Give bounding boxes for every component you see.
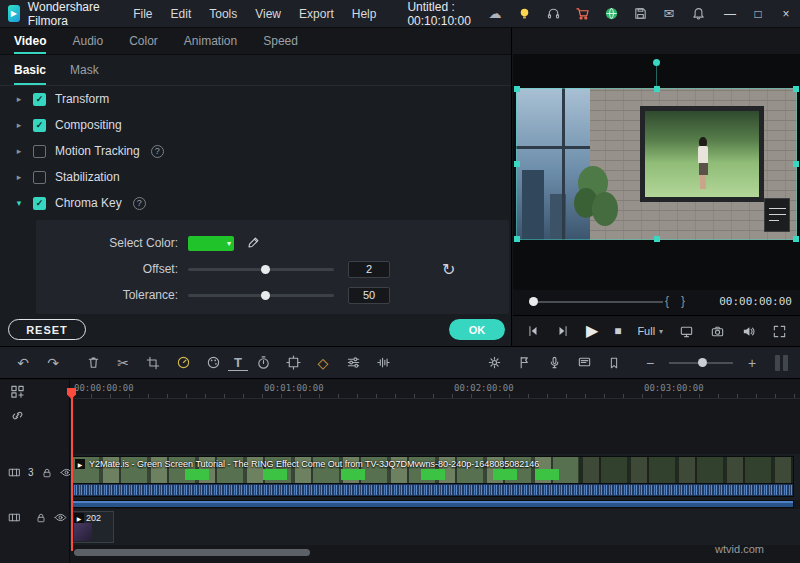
speed-icon[interactable] (168, 351, 198, 375)
eyedropper-icon[interactable] (246, 236, 260, 250)
adjust-sliders-icon[interactable] (338, 351, 368, 375)
ok-button[interactable]: OK (449, 319, 505, 340)
snapshot-camera-icon[interactable] (710, 324, 725, 339)
menu-edit[interactable]: Edit (162, 0, 201, 28)
scene-woman (697, 137, 709, 189)
offset-slider[interactable] (188, 268, 334, 271)
seek-bar[interactable] (533, 301, 663, 303)
tab-audio[interactable]: Audio (72, 28, 103, 54)
chevron-right-icon[interactable]: ▸ (14, 146, 24, 156)
cart-icon[interactable] (574, 6, 590, 22)
reset-chroma-icon[interactable]: ↻ (442, 260, 455, 279)
color-palette-icon[interactable] (198, 351, 228, 375)
reset-button[interactable]: RESET (8, 319, 86, 340)
zoom-in-icon[interactable]: + (741, 351, 763, 375)
offset-value-field[interactable]: 2 (348, 261, 390, 278)
bell-icon[interactable] (690, 6, 706, 22)
rotate-handle[interactable] (653, 59, 660, 66)
delete-icon[interactable] (78, 351, 108, 375)
mark-out-icon[interactable]: } (681, 294, 685, 308)
mail-icon[interactable]: ✉ (661, 6, 677, 22)
tolerance-slider-thumb[interactable] (261, 291, 270, 300)
timeline-zoom-slider[interactable] (669, 362, 733, 364)
maximize-button[interactable]: □ (744, 0, 772, 28)
close-button[interactable]: × (772, 0, 800, 28)
clip-audio-waveform (72, 484, 794, 497)
chroma-key-checkbox[interactable]: ✓ (33, 197, 46, 210)
preview-video-frame[interactable] (516, 88, 797, 240)
transform-checkbox[interactable]: ✓ (33, 93, 46, 106)
lock-track-icon[interactable] (35, 512, 47, 524)
tab-speed[interactable]: Speed (263, 28, 298, 54)
mark-in-icon[interactable]: { (665, 294, 669, 308)
menu-view[interactable]: View (246, 0, 290, 28)
menu-file[interactable]: File (124, 0, 161, 28)
tab-mask[interactable]: Mask (70, 55, 99, 85)
tab-animation[interactable]: Animation (184, 28, 237, 54)
play-button[interactable]: ▶ (586, 323, 598, 339)
redo-icon[interactable]: ↷ (38, 351, 68, 375)
bulb-icon[interactable] (516, 6, 532, 22)
lock-track-icon[interactable] (41, 467, 53, 479)
tolerance-value-field[interactable]: 50 (348, 287, 390, 304)
audio-denoise-icon[interactable] (368, 351, 398, 375)
clip-202[interactable]: ▶ 202 (72, 511, 114, 543)
chevron-down-icon[interactable]: ▾ (14, 198, 24, 208)
bookmark-icon[interactable] (599, 351, 629, 375)
duration-timer-icon[interactable] (248, 351, 278, 375)
help-icon[interactable]: ? (151, 145, 164, 158)
timeline-ruler[interactable]: 00:00:00:00 00:01:00:00 00:02:00:00 00:0… (70, 380, 800, 399)
render-settings-icon[interactable] (479, 351, 509, 375)
cloud-icon[interactable]: ☁ (487, 6, 503, 22)
headset-icon[interactable] (545, 6, 561, 22)
track-height-icon[interactable] (775, 355, 788, 371)
zoom-out-icon[interactable]: − (639, 351, 661, 375)
tolerance-label: Tolerance: (36, 288, 178, 302)
tab-color[interactable]: Color (129, 28, 158, 54)
offset-slider-thumb[interactable] (261, 265, 270, 274)
keyframe-icon[interactable]: ◇ (308, 351, 338, 375)
menu-help[interactable]: Help (343, 0, 386, 28)
audio-strip[interactable] (72, 500, 794, 508)
video-clip-green-screen[interactable]: ▶ Y2Mate.is - Green Screen Tutorial - Th… (72, 456, 794, 497)
link-clips-icon[interactable] (10, 408, 25, 423)
clip-title: Y2Mate.is - Green Screen Tutorial - The … (89, 459, 539, 469)
fullscreen-icon[interactable] (772, 324, 787, 339)
playhead-line[interactable] (71, 392, 73, 551)
tab-video[interactable]: Video (14, 28, 46, 54)
manage-tracks-icon[interactable] (10, 384, 25, 399)
color-swatch[interactable]: ▾ (188, 236, 234, 251)
split-scissors-icon[interactable]: ✂ (108, 351, 138, 375)
save-icon[interactable] (632, 6, 648, 22)
menu-tools[interactable]: Tools (200, 0, 246, 28)
motion-tracking-checkbox[interactable] (33, 145, 46, 158)
chevron-right-icon[interactable]: ▸ (14, 120, 24, 130)
zoom-slider-thumb[interactable] (698, 358, 707, 367)
stop-button[interactable]: ■ (614, 325, 621, 337)
previous-frame-icon[interactable] (526, 324, 540, 338)
volume-icon[interactable] (741, 324, 756, 339)
text-tool-icon[interactable]: T (228, 354, 248, 371)
help-icon[interactable]: ? (133, 197, 146, 210)
subtitle-note-icon[interactable] (569, 351, 599, 375)
chevron-right-icon[interactable]: ▸ (14, 172, 24, 182)
compositing-checkbox[interactable]: ✓ (33, 119, 46, 132)
share-globe-icon[interactable] (603, 6, 619, 22)
minimize-button[interactable]: — (716, 0, 744, 28)
horizontal-scrollbar[interactable] (74, 549, 310, 556)
voiceover-mic-icon[interactable] (539, 351, 569, 375)
tolerance-slider[interactable] (188, 294, 334, 297)
toggle-visibility-eye-icon[interactable] (54, 511, 67, 524)
menu-export[interactable]: Export (290, 0, 343, 28)
crop-icon[interactable] (138, 351, 168, 375)
transform-tool-icon[interactable] (278, 351, 308, 375)
display-device-icon[interactable] (679, 324, 694, 339)
marker-flag-icon[interactable] (509, 351, 539, 375)
stabilization-checkbox[interactable] (33, 171, 46, 184)
next-frame-icon[interactable] (556, 324, 570, 338)
undo-icon[interactable]: ↶ (8, 351, 38, 375)
chevron-right-icon[interactable]: ▸ (14, 94, 24, 104)
seek-handle[interactable] (529, 297, 538, 306)
tab-basic[interactable]: Basic (14, 55, 46, 85)
quality-dropdown[interactable]: Full ▾ (637, 325, 663, 337)
